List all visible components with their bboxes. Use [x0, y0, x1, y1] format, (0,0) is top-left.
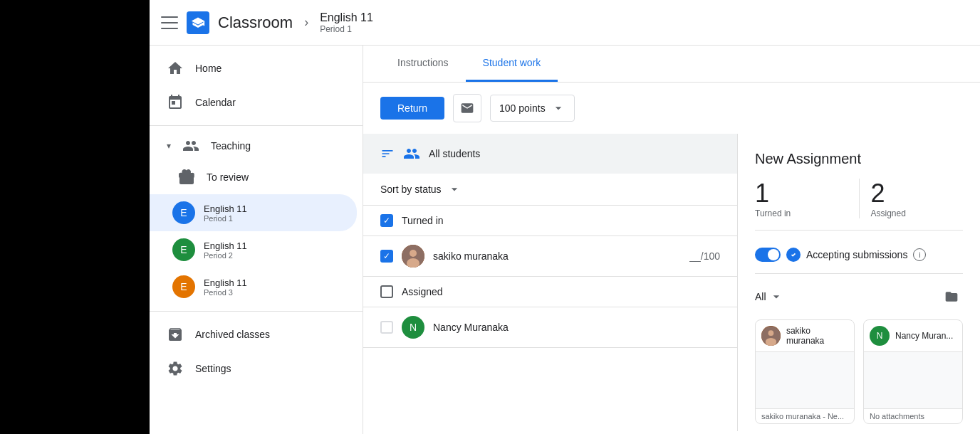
svg-point-5 [768, 330, 774, 336]
accepting-toggle[interactable] [755, 248, 781, 262]
sakiko-card-avatar [761, 326, 781, 346]
class-period-e2: Period 2 [204, 251, 247, 260]
sakiko-card-body [756, 351, 854, 408]
points-label: 100 points [499, 102, 546, 114]
assigned-header: Assigned [363, 277, 737, 307]
sakiko-card-name: sakiko muranaka [786, 326, 848, 346]
black-panel [0, 0, 150, 434]
folder-button[interactable] [940, 285, 963, 308]
teaching-chevron-icon: ▾ [167, 141, 171, 151]
tabs: Instructions Student work [363, 46, 980, 83]
assigned-label: Assigned [402, 286, 443, 297]
svg-point-1 [410, 250, 417, 257]
class-period-e1: Period 1 [204, 214, 247, 223]
all-label: All [755, 291, 766, 302]
assignment-title: New Assignment [755, 151, 963, 167]
settings-icon [167, 360, 184, 377]
turned-in-checkbox[interactable]: ✓ [380, 214, 393, 227]
course-name: English 11 [320, 11, 373, 24]
home-label: Home [195, 63, 221, 74]
sidebar-item-calendar[interactable]: Calendar [150, 85, 357, 120]
app-container: Classroom › English 11 Period 1 Home Cal… [150, 0, 980, 434]
class-item-english11-p2[interactable]: E English 11 Period 2 [150, 231, 357, 268]
class-name-e1: English 11 [204, 203, 247, 214]
filter-row: All [755, 285, 963, 308]
course-period: Period 1 [320, 24, 373, 34]
accepting-check-icon [786, 248, 801, 262]
people-icon [182, 137, 199, 154]
sort-row: Sort by status [363, 174, 737, 206]
calendar-label: Calendar [195, 97, 236, 108]
teaching-header[interactable]: ▾ Teaching [150, 132, 363, 160]
calendar-icon [167, 94, 184, 111]
checkmark-icon: ✓ [383, 216, 390, 226]
svg-point-6 [766, 338, 776, 346]
assigned-number: 2 [871, 179, 964, 208]
accepting-row: Accepting submissions i [755, 248, 963, 274]
archive-icon [167, 326, 184, 343]
class-period-e3: Period 3 [204, 288, 247, 297]
home-icon [167, 60, 184, 77]
topbar: Classroom › English 11 Period 1 [150, 0, 980, 46]
turned-in-number: 1 [755, 179, 848, 208]
sidebar-item-home[interactable]: Home [150, 51, 357, 85]
assigned-checkbox[interactable] [380, 285, 393, 298]
archived-label: Archived classes [195, 329, 270, 340]
to-review-label: To review [207, 171, 249, 183]
class-item-english11-p3[interactable]: E English 11 Period 3 [150, 268, 357, 305]
student-row-sakiko: ✓ sakiko muranaka __/100 [363, 236, 737, 277]
sidebar-item-settings[interactable]: Settings [150, 351, 357, 386]
student-row-nancy: N Nancy Muranaka [363, 307, 737, 348]
main-content: Instructions Student work Return 100 poi… [363, 46, 980, 434]
mail-button[interactable] [453, 94, 481, 122]
sidebar-item-archived[interactable]: Archived classes [150, 317, 357, 351]
return-button[interactable]: Return [380, 97, 444, 120]
student-cards: sakiko muranaka sakiko muranaka - Ne... … [755, 319, 963, 424]
sidebar-item-to-review[interactable]: To review [150, 160, 357, 194]
tab-student-work[interactable]: Student work [466, 46, 558, 82]
turned-in-label: Turned in [402, 215, 444, 226]
info-icon[interactable]: i [913, 248, 926, 261]
sakiko-name: sakiko muranaka [433, 250, 681, 262]
tab-instructions[interactable]: Instructions [380, 46, 466, 82]
nancy-card-name: Nancy Muran... [895, 331, 953, 341]
teaching-label: Teaching [211, 140, 251, 152]
sakiko-checkbox[interactable]: ✓ [380, 250, 393, 263]
turned-in-header: ✓ Turned in [363, 206, 737, 236]
class-name-e2: English 11 [204, 240, 247, 251]
class-item-english11-p1[interactable]: E English 11 Period 1 [150, 194, 357, 231]
toolbar: Return 100 points [363, 83, 980, 134]
student-list: All students Sort by status ✓ [363, 134, 738, 431]
nancy-name: Nancy Muranaka [433, 322, 711, 333]
nancy-checkbox[interactable] [380, 321, 393, 334]
class-avatar-e3: E [172, 275, 195, 298]
nancy-card-header: N Nancy Muran... [864, 320, 962, 351]
points-dropdown[interactable]: 100 points [490, 95, 575, 122]
stat-divider [859, 179, 860, 218]
class-name-e3: English 11 [204, 277, 247, 288]
topbar-course: English 11 Period 1 [320, 11, 373, 34]
sort-dropdown[interactable]: Sort by status [380, 182, 462, 196]
sakiko-card-header: sakiko muranaka [756, 320, 854, 351]
nancy-card-footer: No attachments [864, 408, 962, 423]
sidebar: Home Calendar ▾ Teaching [150, 46, 363, 434]
all-dropdown[interactable]: All [755, 290, 783, 304]
sort-chevron-icon [447, 182, 462, 196]
app-title: Classroom [218, 14, 293, 32]
nancy-card-avatar: N [870, 326, 890, 346]
sidebar-divider-2 [150, 311, 363, 312]
stats-row: 1 Turned in 2 Assigned [755, 179, 963, 231]
student-work-area: All students Sort by status ✓ [363, 134, 980, 431]
sakiko-card-footer: sakiko muranaka - Ne... [756, 408, 854, 423]
people-group-icon [403, 145, 420, 162]
sakiko-checkmark: ✓ [383, 251, 390, 261]
student-card-sakiko[interactable]: sakiko muranaka sakiko muranaka - Ne... [755, 319, 855, 424]
class-info-e3: English 11 Period 3 [204, 277, 247, 297]
sakiko-avatar [402, 245, 424, 268]
menu-icon[interactable] [161, 14, 178, 31]
to-review-icon [178, 169, 195, 186]
classroom-logo [187, 11, 209, 34]
student-card-nancy[interactable]: N Nancy Muran... No attachments [863, 319, 963, 424]
nancy-avatar: N [402, 316, 424, 339]
accepting-label: Accepting submissions [806, 249, 907, 260]
